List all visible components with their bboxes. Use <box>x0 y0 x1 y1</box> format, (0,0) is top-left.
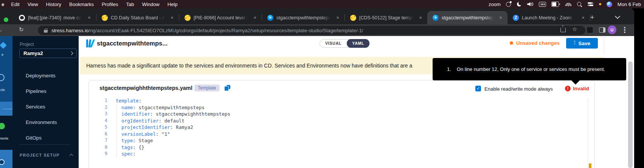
tab-close-icon[interactable] <box>86 15 92 21</box>
side-panel-icon[interactable] <box>599 27 605 33</box>
code-line-7[interactable]: 7type: Stage <box>89 137 584 144</box>
menubar-item-view[interactable]: View <box>28 2 38 7</box>
project-setup-toggle[interactable]: PROJECT SETUP <box>20 153 73 157</box>
menubar-item-help[interactable]: Help <box>168 2 178 7</box>
sidebar-item-services[interactable]: Services <box>26 99 75 115</box>
sidebar-item-pipelines[interactable]: Pipelines <box>26 83 75 99</box>
menubar-item-bookmarks[interactable]: Bookmarks <box>69 2 94 7</box>
menubar-clock[interactable]: Mon 6 Feb <box>618 2 641 7</box>
yaml-value: : <box>133 151 136 157</box>
readwrite-checkbox[interactable] <box>475 86 481 91</box>
tab-close-icon[interactable] <box>169 15 175 21</box>
duck-favicon-icon <box>185 15 191 21</box>
menubar-status-area: zoom Mon 6 Feb <box>489 0 641 8</box>
tab-close-icon[interactable] <box>498 15 504 21</box>
tab-close-icon[interactable] <box>252 15 258 21</box>
tab-close-icon[interactable] <box>417 15 424 21</box>
browser-menu-icon[interactable] <box>624 26 625 34</box>
invalid-status-badge[interactable]: ! Invalid <box>565 86 589 91</box>
invalid-label: Invalid <box>573 86 589 91</box>
menubar-item-fragment[interactable]: e <box>2 2 4 7</box>
share-icon[interactable] <box>560 28 566 32</box>
line-number: 1 <box>89 97 107 104</box>
sidebar-item-deployments[interactable]: Deployments <box>26 68 75 83</box>
warning-marker <box>589 163 591 168</box>
project-name: Ramya2 <box>23 50 43 56</box>
tab-list: [feat]:[pie-7340]: move coCD Daily Statu… <box>14 11 590 24</box>
code-line-9[interactable]: 9spec: <box>89 151 584 157</box>
tab-close-icon[interactable] <box>335 15 341 21</box>
project-selector[interactable]: Ramya2 <box>19 49 77 58</box>
code-line-4[interactable]: 4orgIdentifier: default <box>89 118 584 124</box>
zoom-favicon-icon <box>513 15 519 21</box>
siri-icon[interactable] <box>607 1 612 7</box>
tab-title: CD Daily Status Board - Ag <box>111 15 166 20</box>
sidebar-divider <box>19 144 70 145</box>
app-badge-icon[interactable] <box>506 1 511 7</box>
new-tab-button[interactable]: + <box>587 12 597 23</box>
code-line-8[interactable]: 8tags: {} <box>89 144 584 151</box>
tab-overflow-chevron-icon[interactable] <box>616 14 620 19</box>
yaml-code-area[interactable]: 1template:2name: stgacctempwithtempsteps… <box>89 97 584 157</box>
code-line-5[interactable]: 5projectIdentifier: Ramya2 <box>89 124 584 131</box>
code-line-2[interactable]: 2name: stgacctempwithtempsteps <box>89 104 584 111</box>
menubar-item-profiles[interactable]: Profiles <box>102 2 118 7</box>
profile-avatar[interactable]: U <box>608 25 616 34</box>
browser-tab-6[interactable]: stgacctempwithtempsteps <box>427 11 507 24</box>
github-favicon-icon <box>19 15 25 21</box>
page-scrollbar[interactable] <box>628 61 633 168</box>
code-line-6[interactable]: 6versionLabel: "1" <box>89 131 584 138</box>
reload-icon[interactable]: ↻ <box>19 26 24 33</box>
toggle-yaml[interactable]: YAML <box>347 39 369 48</box>
menubar-item-tab[interactable]: Tab <box>126 2 134 7</box>
readwrite-label[interactable]: Enable read/write mode always <box>484 86 553 92</box>
code-line-1[interactable]: 1template: <box>89 97 584 104</box>
wifi-icon[interactable] <box>565 1 571 7</box>
extension-icon[interactable] <box>587 27 593 33</box>
rail-section-highlight[interactable] <box>0 102 12 116</box>
menubar-item-edit[interactable]: Edit <box>11 2 19 7</box>
project-setup-label: PROJECT SETUP <box>20 153 60 157</box>
spotlight-icon[interactable] <box>577 1 582 7</box>
tooltip-caret <box>571 80 580 85</box>
menubar-item-window[interactable]: Window <box>142 2 159 7</box>
toggle-visual[interactable]: VISUAL <box>320 39 347 47</box>
toggles-icon[interactable] <box>587 1 594 7</box>
save-button[interactable]: ↑ Save <box>566 38 598 49</box>
keyboard-icon[interactable] <box>539 1 546 7</box>
url-path: /ng/account/zEaak-FLS425IEO7OLzMUg/cd/or… <box>88 28 363 33</box>
lock-icon[interactable] <box>44 28 48 33</box>
browser-tab-4[interactable]: stgacctempwithtempsteps <box>262 11 345 24</box>
sidebar-item-environments[interactable]: Environments <box>26 115 75 130</box>
tab-close-icon[interactable] <box>580 15 586 21</box>
volume-icon[interactable] <box>527 1 534 7</box>
menubar-item-history[interactable]: History <box>46 2 61 7</box>
menubar-item-zoom[interactable]: zoom <box>489 2 501 7</box>
tab-title: Launch Meeting - Zoom <box>522 15 577 20</box>
duck-favicon-icon <box>102 15 108 21</box>
browser-window: [feat]:[pie-7340]: move coCD Daily Statu… <box>0 8 634 168</box>
browser-tab-7[interactable]: Launch Meeting - Zoom <box>507 11 590 24</box>
line-number: 7 <box>89 137 107 144</box>
rail-section-bottom[interactable] <box>0 150 12 168</box>
yaml-key: tags <box>121 144 133 150</box>
code-line-3[interactable]: 3identifier: stgacctempwighhthtempsteps <box>89 111 584 118</box>
copy-icon[interactable] <box>224 85 230 91</box>
browser-tab-1[interactable]: [feat]:[pie-7340]: move co <box>14 11 96 24</box>
browser-tab-3[interactable]: [PIE-8066] Account level t <box>179 11 262 24</box>
traffic-light-green[interactable] <box>4 17 8 22</box>
menubar-status-icons <box>506 1 612 7</box>
macos-menubar: e EditViewHistoryBookmarksProfilesTabWin… <box>0 0 644 8</box>
browser-tab-2[interactable]: CD Daily Status Board - Ag <box>96 11 179 24</box>
battery-icon[interactable] <box>551 1 560 7</box>
notification-dot[interactable] <box>599 1 601 7</box>
moon-icon[interactable] <box>517 1 522 7</box>
forward-arrow-icon[interactable]: → <box>0 27 3 33</box>
sidebar-item-gitops[interactable]: GitOps <box>26 130 75 146</box>
bookmark-star-icon[interactable]: ☆ <box>572 26 577 33</box>
address-bar[interactable]: stress.harness.io/ng/account/zEaak-FLS42… <box>38 26 585 35</box>
line-number: 6 <box>89 131 107 138</box>
yaml-key: versionLabel <box>121 131 156 137</box>
rail-section-deployments[interactable] <box>0 116 12 150</box>
browser-tab-5[interactable]: [CDS-50122] Stage templa <box>345 11 427 24</box>
